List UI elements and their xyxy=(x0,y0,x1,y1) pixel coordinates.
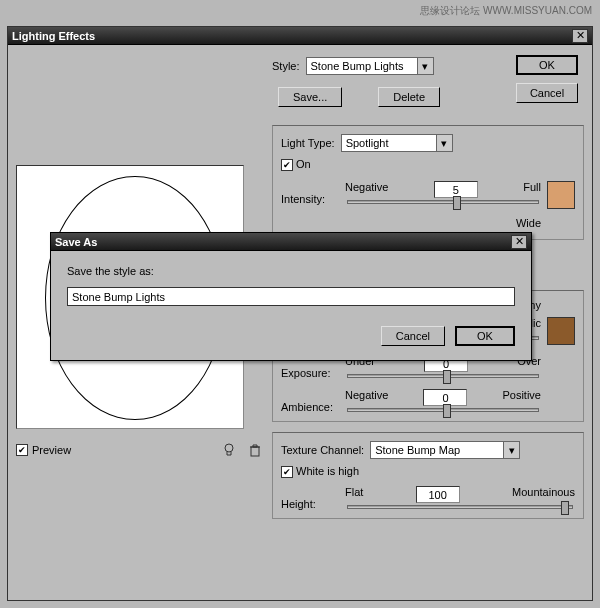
save-as-dialog: Save As ✕ Save the style as: Stone Bump … xyxy=(50,232,532,361)
svg-rect-1 xyxy=(251,447,259,456)
height-label: Height: xyxy=(281,498,339,510)
preview-label: Preview xyxy=(32,444,71,456)
trash-icon[interactable] xyxy=(246,441,264,459)
preview-checkbox[interactable]: ✔ Preview xyxy=(16,444,71,456)
exposure-label: Exposure: xyxy=(281,367,339,379)
white-is-high-checkbox[interactable]: ✔ White is high xyxy=(281,465,359,478)
ambience-left-label: Negative xyxy=(345,389,388,406)
svg-point-0 xyxy=(225,444,233,452)
texture-channel-value: Stone Bump Map xyxy=(375,444,460,456)
light-color-swatch[interactable] xyxy=(547,181,575,209)
saveas-ok-button[interactable]: OK xyxy=(455,326,515,346)
texture-channel-label: Texture Channel: xyxy=(281,444,364,456)
on-label: On xyxy=(296,158,311,170)
close-icon[interactable]: ✕ xyxy=(572,29,588,43)
style-value: Stone Bump Lights xyxy=(311,60,404,72)
titlebar: Lighting Effects ✕ xyxy=(8,27,592,45)
ambience-label: Ambience: xyxy=(281,401,339,413)
watermark-text: 思缘设计论坛 WWW.MISSYUAN.COM xyxy=(420,4,592,18)
save-style-button[interactable]: Save... xyxy=(278,87,342,107)
texture-channel-select[interactable]: Stone Bump Map ▾ xyxy=(370,441,520,459)
on-checkbox[interactable]: ✔ On xyxy=(281,158,311,171)
saveas-cancel-button[interactable]: Cancel xyxy=(381,326,445,346)
height-value[interactable]: 100 xyxy=(416,486,460,503)
height-slider[interactable] xyxy=(347,505,573,509)
intensity-slider[interactable] xyxy=(347,200,539,204)
chevron-down-icon: ▾ xyxy=(503,442,519,458)
ambience-right-label: Positive xyxy=(502,389,541,406)
dialog-title: Lighting Effects xyxy=(12,30,572,42)
intensity-right-label: Full xyxy=(523,181,541,198)
focus-right-label: Wide xyxy=(516,217,541,229)
white-is-high-label: White is high xyxy=(296,465,359,477)
saveas-prompt: Save the style as: xyxy=(67,265,515,277)
close-icon[interactable]: ✕ xyxy=(511,235,527,249)
intensity-left-label: Negative xyxy=(345,181,388,198)
texture-group: Texture Channel: Stone Bump Map ▾ ✔ Whit… xyxy=(272,432,584,519)
bulb-icon[interactable] xyxy=(220,441,238,459)
saveas-titlebar: Save As ✕ xyxy=(51,233,531,251)
intensity-label: Intensity: xyxy=(281,193,339,205)
ambient-color-swatch[interactable] xyxy=(547,317,575,345)
saveas-input[interactable]: Stone Bump Lights xyxy=(67,287,515,306)
exposure-slider[interactable] xyxy=(347,374,539,378)
cancel-button[interactable]: Cancel xyxy=(516,83,578,103)
saveas-title: Save As xyxy=(55,236,511,248)
ambience-slider[interactable] xyxy=(347,408,539,412)
light-type-value: Spotlight xyxy=(346,137,389,149)
delete-style-button[interactable]: Delete xyxy=(378,87,440,107)
style-label: Style: xyxy=(272,60,300,72)
chevron-down-icon: ▾ xyxy=(417,58,433,74)
style-select[interactable]: Stone Bump Lights ▾ xyxy=(306,57,434,75)
height-left-label: Flat xyxy=(345,486,363,503)
light-type-group: Light Type: Spotlight ▾ ✔ On Intensity: xyxy=(272,125,584,240)
ok-button[interactable]: OK xyxy=(516,55,578,75)
light-type-select[interactable]: Spotlight ▾ xyxy=(341,134,453,152)
chevron-down-icon: ▾ xyxy=(436,135,452,151)
light-type-label: Light Type: xyxy=(281,137,335,149)
